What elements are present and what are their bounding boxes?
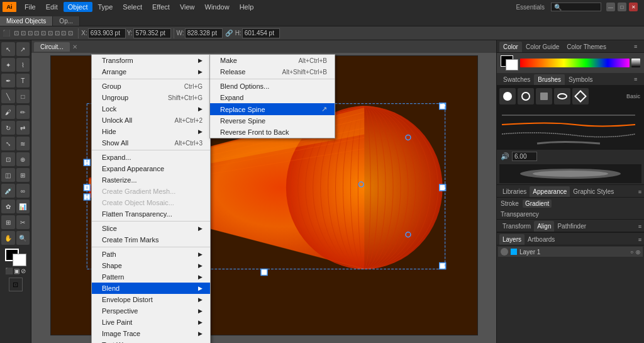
close-button[interactable]: ✕ bbox=[629, 3, 638, 11]
line-tool[interactable]: ╲ bbox=[1, 89, 15, 103]
stroke-width-input[interactable] bbox=[512, 152, 537, 161]
tab-artboards[interactable]: Artboards bbox=[525, 234, 558, 245]
pencil-tool[interactable]: ✏ bbox=[16, 105, 30, 119]
shape-builder-tool[interactable]: ⊕ bbox=[16, 152, 30, 166]
menu-ungroup[interactable]: UngroupShift+Ctrl+G bbox=[92, 92, 210, 103]
menu-window[interactable]: Window bbox=[201, 2, 234, 12]
menu-hide[interactable]: Hide▶ bbox=[92, 126, 210, 137]
blend-make[interactable]: MakeAlt+Ctrl+B bbox=[210, 55, 335, 66]
menu-shape[interactable]: Shape▶ bbox=[92, 260, 210, 271]
tab-color[interactable]: Color bbox=[499, 42, 522, 52]
menu-unlock-all[interactable]: Unlock AllAlt+Ctrl+2 bbox=[92, 115, 210, 126]
brightness-slider[interactable] bbox=[631, 59, 640, 67]
menu-help[interactable]: Help bbox=[235, 2, 258, 12]
hand-tool[interactable]: ✋ bbox=[1, 231, 15, 245]
menu-object-mosaic[interactable]: Create Object Mosaic... bbox=[92, 197, 210, 208]
menu-view[interactable]: View bbox=[175, 2, 199, 12]
zoom-tool[interactable]: 🔍 bbox=[16, 231, 30, 245]
menu-path[interactable]: Path▶ bbox=[92, 249, 210, 260]
menu-object[interactable]: Object bbox=[64, 2, 92, 12]
menu-perspective[interactable]: Perspective▶ bbox=[92, 305, 210, 317]
artboard-tool[interactable]: ⊞ bbox=[1, 215, 15, 229]
tab-transform[interactable]: Transform bbox=[499, 221, 534, 232]
menu-flatten-transparency[interactable]: Flatten Transparency... bbox=[92, 208, 210, 220]
tab-brushes[interactable]: Brushes bbox=[534, 74, 565, 85]
maximize-button[interactable]: □ bbox=[618, 3, 626, 11]
rotate-tool[interactable]: ↻ bbox=[1, 121, 15, 135]
brush-preset-square[interactable] bbox=[536, 88, 552, 104]
y-input[interactable] bbox=[133, 28, 171, 38]
blend-tool[interactable]: ∞ bbox=[16, 184, 30, 198]
menu-expand-appearance[interactable]: Expand Appearance bbox=[92, 163, 210, 174]
layer-expand-icon[interactable]: ○ bbox=[630, 249, 633, 255]
column-graph-tool[interactable]: 📊 bbox=[16, 200, 30, 213]
tab-graphic-styles[interactable]: Graphic Styles bbox=[570, 186, 617, 197]
tab-symbols[interactable]: Symbols bbox=[565, 74, 596, 85]
menu-text-wrap[interactable]: Text Wrap▶ bbox=[92, 339, 210, 343]
menu-type[interactable]: Type bbox=[94, 2, 118, 12]
menu-group[interactable]: GroupCtrl+G bbox=[92, 81, 210, 92]
menu-show-all[interactable]: Show AllAlt+Ctrl+3 bbox=[92, 137, 210, 149]
type-tool[interactable]: T bbox=[16, 74, 30, 87]
symbol-sprayer-tool[interactable]: ✿ bbox=[1, 200, 15, 213]
free-transform-tool[interactable]: ⊡ bbox=[1, 152, 15, 166]
blend-release[interactable]: ReleaseAlt+Shift+Ctrl+B bbox=[210, 66, 335, 77]
brush-preset-oval[interactable] bbox=[554, 88, 570, 104]
tab-color-guide[interactable]: Color Guide bbox=[522, 42, 563, 52]
menu-select[interactable]: Select bbox=[118, 2, 147, 12]
menu-transform[interactable]: Transform▶ bbox=[92, 55, 210, 66]
tab-color-themes[interactable]: Color Themes bbox=[563, 42, 610, 52]
tab-libraries[interactable]: Libraries bbox=[499, 186, 530, 197]
brush-preset-circle-stroke[interactable] bbox=[518, 88, 534, 104]
warp-tool[interactable]: ≋ bbox=[16, 137, 30, 150]
menu-expand[interactable]: Expand... bbox=[92, 152, 210, 163]
selection-tool[interactable]: ↖ bbox=[1, 42, 15, 56]
menu-lock[interactable]: Lock▶ bbox=[92, 103, 210, 115]
tab-layers[interactable]: Layers bbox=[499, 234, 525, 245]
layer-visibility-eye[interactable] bbox=[501, 248, 508, 256]
slice-tool[interactable]: ✂ bbox=[16, 215, 30, 229]
blend-expand[interactable]: Expand bbox=[210, 92, 335, 103]
color-panel-menu[interactable]: ≡ bbox=[634, 43, 641, 51]
paintbrush-tool[interactable]: 🖌 bbox=[1, 105, 15, 119]
color-spectrum[interactable] bbox=[520, 59, 630, 67]
pen-tool[interactable]: ✒ bbox=[1, 74, 15, 87]
brush-preset-circle-fill[interactable] bbox=[499, 88, 516, 104]
fill-stroke-display[interactable] bbox=[501, 55, 518, 70]
canvas-tab-circuit[interactable]: Circuit... bbox=[34, 42, 70, 52]
lasso-tool[interactable]: ⌇ bbox=[16, 58, 30, 72]
scale-tool[interactable]: ⤡ bbox=[1, 137, 15, 150]
canvas-area[interactable]: Circuit... ✕ bbox=[31, 40, 496, 343]
menu-rasterize[interactable]: Rasterize... bbox=[92, 174, 210, 186]
layers-panel-menu[interactable]: ≡ bbox=[638, 237, 641, 243]
x-input[interactable] bbox=[88, 28, 126, 38]
tab-align[interactable]: Align bbox=[534, 221, 554, 232]
fill-stroke-indicator[interactable] bbox=[5, 249, 26, 266]
gradient-label[interactable]: Gradient bbox=[523, 200, 552, 208]
tab-pathfinder[interactable]: Pathfinder bbox=[554, 221, 589, 232]
direct-selection-tool[interactable]: ↗ bbox=[16, 42, 30, 56]
minimize-button[interactable]: — bbox=[606, 3, 615, 11]
reflect-tool[interactable]: ⇄ bbox=[16, 121, 30, 135]
gradient-tool[interactable]: ◫ bbox=[1, 168, 15, 182]
menu-arrange[interactable]: Arrange▶ bbox=[92, 66, 210, 77]
menu-file[interactable]: File bbox=[20, 2, 40, 12]
menu-pattern[interactable]: Pattern▶ bbox=[92, 271, 210, 283]
rect-tool[interactable]: □ bbox=[16, 89, 30, 103]
appearance-panel-menu[interactable]: ≡ bbox=[638, 189, 641, 195]
tab-appearance[interactable]: Appearance bbox=[530, 186, 570, 197]
magic-wand-tool[interactable]: ✦ bbox=[1, 58, 15, 72]
eyedropper-tool[interactable]: 💉 bbox=[1, 184, 15, 198]
h-input[interactable] bbox=[242, 28, 280, 38]
menu-slice[interactable]: Slice▶ bbox=[92, 223, 210, 234]
close-tab-icon[interactable]: ✕ bbox=[72, 43, 77, 50]
search-box[interactable]: 🔍 bbox=[551, 3, 601, 11]
doc-tab-2[interactable]: Op... bbox=[53, 16, 80, 26]
brushes-panel-menu[interactable]: ≡ bbox=[634, 76, 641, 84]
gradient-icon[interactable]: ▣ bbox=[14, 267, 19, 274]
layer-item-1[interactable]: Layer 1 ○ ◎ bbox=[498, 247, 643, 257]
menu-edit[interactable]: Edit bbox=[42, 2, 62, 12]
menu-blend[interactable]: Blend▶ bbox=[92, 283, 210, 294]
menu-live-paint[interactable]: Live Paint▶ bbox=[92, 317, 210, 328]
blend-reverse-spine[interactable]: Reverse Spine bbox=[210, 115, 335, 127]
